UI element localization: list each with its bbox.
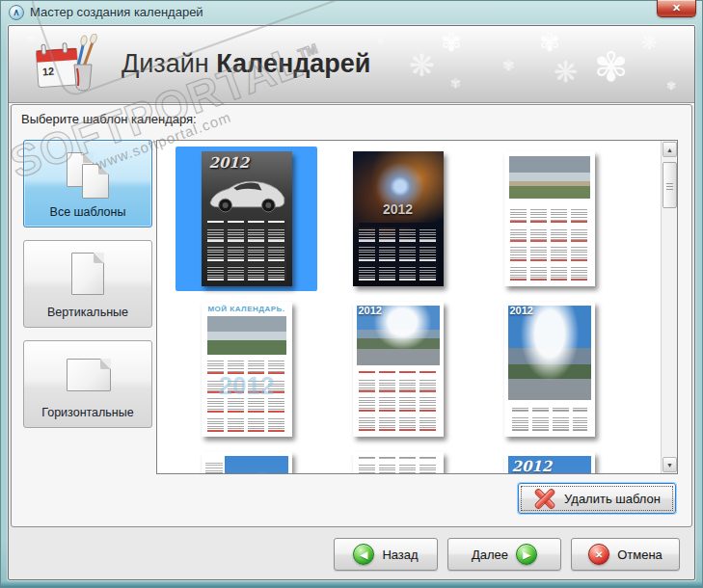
template-photo: [509, 156, 590, 199]
car-illustration: [205, 173, 288, 215]
mini-calendar-grid: [207, 221, 286, 281]
filter-label: Вертикальные: [24, 306, 151, 319]
template-photo: [207, 316, 286, 355]
mini-calendar-grid: [205, 458, 223, 473]
template-my-calendar-coast[interactable]: МОЙ КАЛЕНДАРЬ.: [176, 297, 317, 441]
filter-sidebar: Все шаблоны Вертикальные Горизонтальные: [23, 140, 152, 441]
template-poster: [504, 151, 595, 286]
scroll-down-icon: ▼: [666, 462, 673, 468]
back-button[interactable]: ◀ Назад: [334, 538, 438, 571]
app-icon: ∧: [9, 5, 24, 20]
template-mountain-road-2012[interactable]: 2012: [478, 297, 620, 441]
template-black-car-2012[interactable]: 2012: [176, 147, 317, 291]
template-year-label: 2012: [510, 305, 533, 316]
template-year-label: 2012: [209, 154, 250, 172]
back-arrow-icon: ◀: [353, 544, 374, 565]
mini-calendar-grid: [512, 406, 587, 431]
template-highway-2012[interactable]: 2012: [327, 297, 469, 441]
template-poster: 2012: [353, 452, 444, 473]
cancel-button-label: Отмена: [617, 548, 662, 562]
delete-template-button[interactable]: Удалить шаблон: [518, 483, 676, 514]
scrollbar-thumb[interactable]: [662, 162, 677, 208]
documents-stack-icon: [24, 150, 151, 200]
flower-icon: ✾: [441, 28, 462, 58]
template-photo: [508, 306, 591, 400]
landscape-page-icon: [24, 351, 151, 401]
template-sky-side-grid[interactable]: [176, 447, 317, 473]
scroll-down-button[interactable]: ▼: [662, 457, 677, 472]
template-list: 2012 2012: [156, 140, 678, 474]
mini-calendar-grid: [359, 371, 438, 431]
template-photo: [225, 456, 288, 473]
filter-all-templates[interactable]: Все шаблоны: [23, 140, 152, 227]
mini-calendar-grid: [359, 223, 438, 281]
snowflake-icon: ❋: [554, 55, 578, 89]
template-year-label: 2012: [359, 305, 382, 316]
template-poster: 2012: [353, 151, 444, 286]
scroll-up-button[interactable]: ▲: [662, 142, 677, 157]
mini-calendar-grid: [359, 457, 438, 473]
flower-icon: ✾: [502, 57, 515, 74]
flower-icon: ✾: [666, 79, 676, 93]
template-poster: [202, 452, 292, 473]
filter-label: Все шаблоны: [24, 205, 151, 219]
flower-icon: ✾: [450, 76, 461, 91]
prompt-label: Выберите шаблон календаря:: [21, 112, 197, 126]
template-year-label: МОЙ КАЛЕНДАРЬ.: [202, 305, 292, 313]
template-poster: 2012: [353, 302, 444, 437]
close-icon: ✕: [672, 2, 681, 13]
template-poster: МОЙ КАЛЕНДАРЬ.: [202, 302, 292, 437]
template-poster: 2012: [504, 452, 595, 473]
snowflake-icon: ❋: [409, 47, 435, 84]
delete-button-label: Удалить шаблон: [564, 492, 661, 506]
dialog-body: 12 Дизайн Календарей ✳ ✾ ❋ ✾ ❋ ✾ ✾ ❋ ✾: [8, 25, 695, 580]
wizard-nav: ◀ Назад Далее ▶ ✕ Отмена: [334, 538, 680, 571]
template-sky-script-2012[interactable]: 2012: [478, 447, 620, 473]
template-year-label: 2012: [512, 458, 553, 473]
next-button[interactable]: Далее ▶: [447, 538, 561, 571]
titlebar[interactable]: ∧ Мастер создания календарей ✕: [0, 0, 703, 25]
main-panel: Выберите шаблон календаря: Все шаблоны В…: [11, 104, 692, 527]
template-poster: 2012: [504, 302, 595, 437]
scrollbar[interactable]: ▲ ▼: [661, 141, 677, 473]
wizard-window: ∧ Мастер создания календарей ✕ 12: [0, 0, 703, 588]
red-x-icon: [533, 488, 556, 509]
template-poster: 2012: [202, 151, 292, 286]
snowflake-icon: ❋: [641, 31, 658, 54]
flower-icon: ✾: [594, 43, 628, 91]
scroll-up-icon: ▲: [666, 147, 673, 153]
next-button-label: Далее: [472, 548, 508, 562]
template-seaside-red-grid[interactable]: [478, 147, 620, 291]
calendar-paint-icon: 12: [34, 34, 103, 99]
cancel-x-icon: ✕: [588, 544, 609, 565]
filter-vertical-templates[interactable]: Вертикальные: [23, 240, 152, 328]
filter-horizontal-templates[interactable]: Горизонтальные: [23, 340, 152, 428]
template-year-label: 2012: [353, 201, 444, 217]
mini-calendar-grid: [207, 360, 286, 432]
cancel-button[interactable]: ✕ Отмена: [571, 538, 680, 571]
sparkle-icon: ✳: [375, 34, 386, 48]
portrait-page-icon: [24, 251, 151, 301]
filter-label: Горизонтальные: [24, 406, 151, 419]
mini-calendar-grid: [510, 203, 589, 281]
next-arrow-icon: ▶: [516, 544, 537, 565]
flower-icon: ✾: [539, 28, 560, 58]
svg-text:12: 12: [41, 66, 54, 78]
template-grid: 2012 2012: [157, 141, 661, 473]
template-space-nebula-2012[interactable]: 2012: [327, 147, 469, 291]
close-button[interactable]: ✕: [657, 0, 696, 17]
back-button-label: Назад: [382, 548, 418, 562]
window-title: Мастер создания календарей: [30, 5, 203, 19]
header-banner: 12 Дизайн Календарей ✳ ✾ ❋ ✾ ❋ ✾ ✾ ❋ ✾: [9, 26, 694, 103]
app-title: Дизайн Календарей: [122, 49, 370, 79]
template-grid-top-blue-2012[interactable]: 2012: [327, 447, 469, 473]
